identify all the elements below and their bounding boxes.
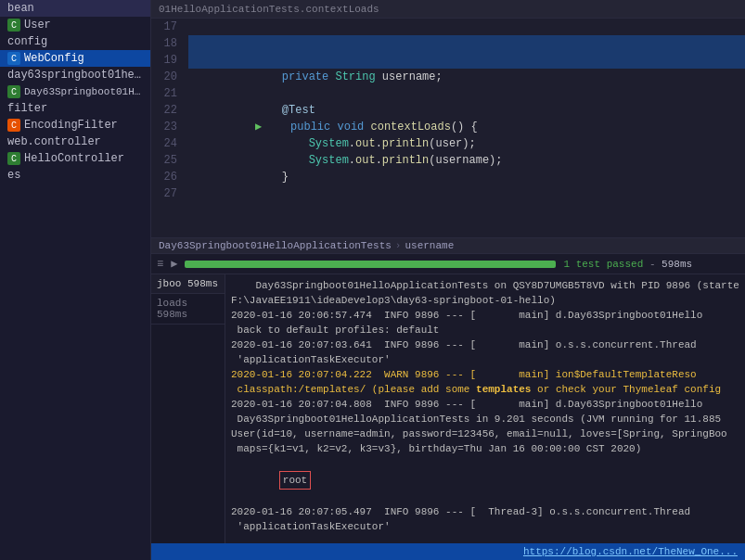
console-output: Day63Springboot01HelloApplicationTests o…	[225, 274, 745, 543]
run-tab-loads[interactable]: loads 598ms	[151, 294, 225, 325]
test-runner-bar: ≡ ▶ 1 test passed - 598ms	[151, 254, 745, 274]
test-result-passed: 1 test passed - 598ms	[563, 259, 692, 270]
code-line-27	[188, 185, 745, 202]
code-content[interactable]: private void (); 💡 @Value("${jdbc.userna…	[185, 19, 745, 237]
code-editor: 17 18 19 20 21 22 23 24 25 26 27 private…	[151, 19, 745, 237]
webconfig-class-icon: C	[7, 52, 20, 65]
breadcrumb-bar: Day63Springboot01HelloApplicationTests ›…	[151, 237, 745, 254]
console-line-11: User(id=10, username=admin, password=123…	[231, 426, 739, 441]
sidebar-item-HelloController[interactable]: C HelloController	[0, 150, 150, 167]
breadcrumb-class: Day63Springboot01HelloApplicationTests	[159, 240, 392, 251]
console-line-2: F:\JavaEE1911\ideaDevelop3\day63-springb…	[231, 293, 739, 308]
console-line-12: maps={k1=v1, k2=v2, k3=v3}, birthday=Thu…	[231, 441, 739, 456]
console-line-4: back to default profiles: default	[231, 323, 739, 337]
sidebar: bean C User config C WebConfig day63spri…	[0, 0, 151, 560]
code-line-18: 💡 @Value("${jdbc.username}")	[188, 35, 745, 52]
hellocontroller-class-icon: C	[7, 152, 20, 165]
console-line-3: 2020-01-16 20:06:57.474 INFO 9896 --- [ …	[231, 308, 739, 323]
console-line-6: 'applicationTaskExecutor'	[231, 352, 739, 367]
test-runner-icon: ≡	[157, 258, 163, 271]
code-line-20	[188, 69, 745, 85]
sidebar-item-Day63Spring[interactable]: C Day63Springboot01Hello	[0, 83, 150, 100]
console-line-5: 2020-01-16 20:07:03.641 INFO 9896 --- [ …	[231, 337, 739, 352]
console-line-13-highlight: root	[231, 456, 739, 504]
sidebar-item-WebConfig[interactable]: C WebConfig	[0, 50, 150, 67]
sidebar-item-es[interactable]: es	[0, 167, 150, 184]
console-line-10: Day63Springboot01HelloApplicationTests i…	[231, 412, 739, 426]
main-area: 01HelloApplicationTests.contextLoads 17 …	[151, 0, 745, 560]
run-tabs: jboo 598ms loads 598ms	[151, 274, 225, 543]
console-line-14: 2020-01-16 20:07:05.497 INFO 9896 --- [ …	[231, 504, 739, 519]
day63spring-class-icon: C	[7, 85, 20, 98]
status-bar-link[interactable]: https://blog.csdn.net/TheNew_One...	[523, 546, 738, 557]
breadcrumb-separator: ›	[395, 240, 402, 251]
code-line-24: System.out.println(username);	[188, 135, 745, 152]
encodingfilter-class-icon: C	[7, 119, 20, 132]
code-line-17: private void ();	[188, 19, 745, 35]
run-tab-jboo[interactable]: jboo 598ms	[151, 274, 225, 294]
user-class-icon: C	[7, 19, 20, 32]
code-line-19: private String username;	[188, 52, 745, 69]
console-line-9: 2020-01-16 20:07:04.808 INFO 9896 --- [ …	[231, 397, 739, 412]
editor-status-text: 01HelloApplicationTests.contextLoads	[159, 4, 379, 15]
breadcrumb-method: username	[405, 240, 454, 251]
console-line-1: Day63Springboot01HelloApplicationTests o…	[231, 278, 739, 293]
sidebar-item-config[interactable]: config	[0, 33, 150, 50]
sidebar-item-EncodingFilter[interactable]: C EncodingFilter	[0, 117, 150, 134]
console-line-15: 'applicationTaskExecutor'	[231, 519, 739, 534]
console-root-highlight: root	[280, 472, 310, 489]
sidebar-item-bean[interactable]: bean	[0, 0, 150, 17]
code-line-25: }	[188, 152, 745, 169]
sidebar-item-day63[interactable]: day63springboot01hello	[0, 67, 150, 83]
status-bar: https://blog.csdn.net/TheNew_One...	[151, 543, 745, 560]
test-run-button[interactable]: ▶	[171, 257, 177, 271]
sidebar-item-User[interactable]: C User	[0, 17, 150, 33]
test-progress-fill	[185, 261, 556, 268]
code-line-26	[188, 169, 745, 185]
run-panel: jboo 598ms loads 598ms Day63Springboot01…	[151, 274, 745, 543]
code-line-21: @Test	[188, 85, 745, 102]
console-line-8: classpath:/templates/ (please add some t…	[231, 382, 739, 397]
line-numbers: 17 18 19 20 21 22 23 24 25 26 27	[151, 19, 185, 237]
sidebar-item-web-controller[interactable]: web.controller	[0, 134, 150, 150]
code-lines: 17 18 19 20 21 22 23 24 25 26 27 private…	[151, 19, 745, 237]
code-line-22: ▶ public void contextLoads() {	[188, 102, 745, 119]
console-line-7: 2020-01-16 20:07:04.222 WARN 9896 --- [ …	[231, 367, 739, 382]
editor-status-line: 01HelloApplicationTests.contextLoads	[151, 0, 745, 19]
sidebar-item-filter[interactable]: filter	[0, 100, 150, 117]
test-progress-bar	[185, 261, 556, 268]
code-line-23: System.out.println(user);	[188, 119, 745, 135]
